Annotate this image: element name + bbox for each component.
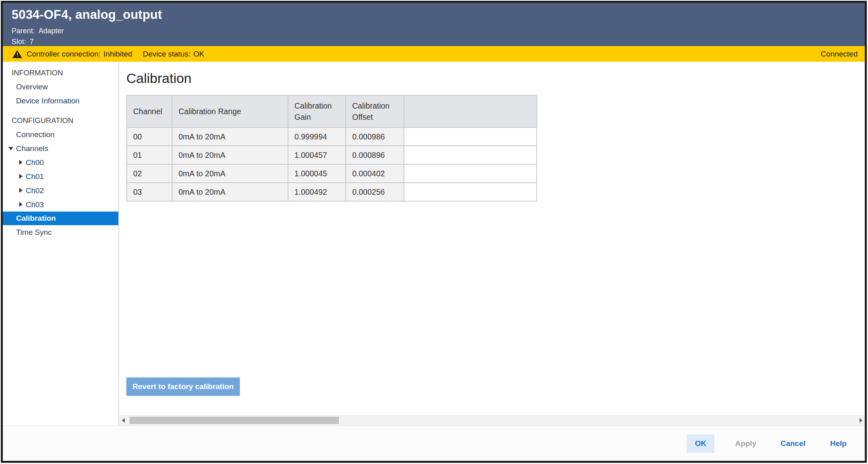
- sidebar-item-overview[interactable]: Overview: [3, 80, 118, 94]
- sidebar-item-label: Ch01: [26, 172, 44, 181]
- cell-empty: [404, 127, 537, 146]
- module-properties-window: 5034-OF4, analog_output Parent:Adapter S…: [1, 1, 867, 463]
- sidebar-item-connection[interactable]: Connection: [3, 127, 118, 141]
- chevron-right-icon[interactable]: [19, 160, 22, 165]
- dialog-body: INFORMATION Overview Device Information …: [3, 62, 865, 426]
- col-header-calibration-gain: Calibration Gain: [288, 95, 346, 127]
- sidebar-header-configuration: CONFIGURATION: [3, 113, 118, 127]
- cell-range: 0mA to 20mA: [172, 183, 288, 201]
- horizontal-scrollbar[interactable]: [119, 415, 865, 426]
- cell-offset: 0.000986: [346, 127, 404, 146]
- status-warning-bar: ! Controller connection: Inhibited Devic…: [3, 46, 865, 62]
- chevron-right-icon[interactable]: [19, 188, 22, 193]
- parent-label: Parent:: [12, 27, 35, 35]
- sidebar-item-time-sync[interactable]: Time Sync: [3, 225, 118, 239]
- cell-channel: 02: [127, 164, 172, 183]
- cell-gain: 0.999994: [288, 127, 346, 146]
- cell-channel: 03: [127, 183, 172, 201]
- device-status: Device status: OK: [143, 50, 205, 59]
- window-title: 5034-OF4, analog_output: [12, 8, 865, 22]
- help-button[interactable]: Help: [826, 434, 850, 453]
- cell-channel: 00: [127, 127, 172, 146]
- scrollbar-thumb[interactable]: [130, 417, 339, 424]
- table-header-row: Channel Calibration Range Calibration Ga…: [127, 95, 537, 127]
- slot-field: Slot:7: [12, 36, 865, 47]
- cell-empty: [404, 146, 537, 164]
- slot-label: Slot:: [12, 38, 26, 46]
- scroll-right-arrow-icon[interactable]: [857, 415, 865, 426]
- dialog-footer: OK Apply Cancel Help: [3, 426, 865, 461]
- chevron-right-icon[interactable]: [19, 202, 22, 207]
- sidebar-item-label: Ch00: [26, 158, 44, 167]
- titlebar: 5034-OF4, analog_output Parent:Adapter S…: [3, 3, 865, 46]
- calibration-table: Channel Calibration Range Calibration Ga…: [126, 95, 537, 202]
- sidebar-item-label: Channels: [16, 144, 48, 153]
- connection-state-badge: Connected: [821, 50, 858, 59]
- cell-offset: 0.000896: [346, 146, 404, 164]
- sidebar-item-label: Ch03: [26, 200, 44, 209]
- controller-connection-value: Inhibited: [103, 50, 132, 59]
- sidebar-item-ch00[interactable]: Ch00: [3, 155, 118, 169]
- col-header-channel: Channel: [127, 95, 172, 127]
- col-header-calibration-range: Calibration Range: [172, 95, 288, 127]
- apply-button[interactable]: Apply: [732, 434, 760, 453]
- cell-empty: [404, 183, 537, 201]
- cell-channel: 01: [127, 146, 172, 164]
- cell-gain: 1.000457: [288, 146, 346, 164]
- warning-triangle-icon: !: [12, 50, 22, 58]
- sidebar-section-configuration: CONFIGURATION Connection Channels Ch00 C…: [3, 113, 118, 239]
- page-title: Calibration: [126, 71, 865, 86]
- sidebar-item-ch02[interactable]: Ch02: [3, 184, 118, 198]
- sidebar-item-ch01[interactable]: Ch01: [3, 169, 118, 184]
- calibration-page: Calibration Channel Calibration Range Ca…: [119, 62, 865, 415]
- cell-offset: 0.000402: [346, 164, 404, 183]
- parent-field: Parent:Adapter: [12, 26, 865, 36]
- sidebar-section-information: INFORMATION Overview Device Information: [3, 66, 118, 108]
- controller-connection-status: Controller connection: Inhibited: [26, 50, 132, 59]
- cell-gain: 1.000492: [288, 183, 346, 201]
- sidebar-item-channels[interactable]: Channels: [3, 141, 118, 155]
- cancel-button[interactable]: Cancel: [777, 434, 809, 453]
- table-row[interactable]: 00 0mA to 20mA 0.999994 0.000986: [127, 127, 537, 146]
- cell-empty: [404, 164, 537, 183]
- col-header-calibration-offset: Calibration Offset: [346, 95, 404, 127]
- controller-connection-label: Controller connection:: [26, 50, 101, 59]
- cell-offset: 0.000256: [346, 183, 404, 201]
- sidebar-header-information: INFORMATION: [3, 66, 118, 80]
- sidebar-item-device-information[interactable]: Device Information: [3, 94, 118, 108]
- sidebar-item-ch03[interactable]: Ch03: [3, 198, 118, 212]
- revert-to-factory-calibration-button[interactable]: Revert to factory calibration: [126, 377, 240, 396]
- main-pane: Calibration Channel Calibration Range Ca…: [119, 62, 865, 426]
- table-row[interactable]: 02 0mA to 20mA 1.000045 0.000402: [127, 164, 537, 183]
- cell-range: 0mA to 20mA: [172, 146, 288, 164]
- ok-button[interactable]: OK: [687, 434, 714, 453]
- cell-range: 0mA to 20mA: [172, 164, 288, 183]
- chevron-right-icon[interactable]: [19, 174, 22, 179]
- table-row[interactable]: 03 0mA to 20mA 1.000492 0.000256: [127, 183, 537, 201]
- slot-value: 7: [30, 38, 34, 46]
- parent-value: Adapter: [39, 27, 64, 35]
- sidebar-item-label: Ch02: [26, 186, 44, 195]
- cell-range: 0mA to 20mA: [172, 127, 288, 146]
- cell-gain: 1.000045: [288, 164, 346, 183]
- sidebar-item-calibration[interactable]: Calibration: [3, 212, 118, 225]
- device-status-label: Device status:: [143, 50, 191, 59]
- chevron-down-icon[interactable]: [8, 147, 13, 150]
- col-header-empty: [404, 95, 537, 127]
- device-status-value: OK: [193, 50, 204, 59]
- navigation-sidebar: INFORMATION Overview Device Information …: [3, 62, 119, 426]
- scroll-left-arrow-icon[interactable]: [119, 415, 127, 426]
- table-row[interactable]: 01 0mA to 20mA 1.000457 0.000896: [127, 146, 537, 164]
